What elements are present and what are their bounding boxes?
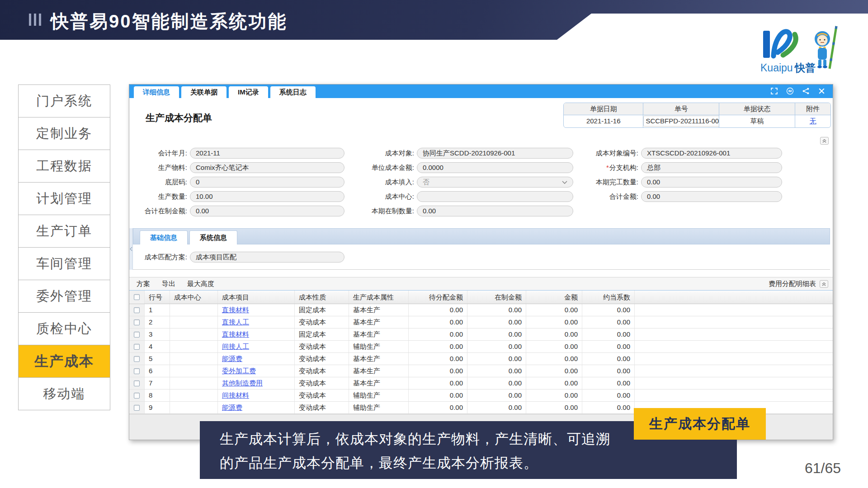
low-level-code-field[interactable]: 0 xyxy=(190,177,344,188)
sidebar-item-portal[interactable]: 门户系统 xyxy=(18,84,110,117)
cell-cost-center xyxy=(170,353,218,365)
collapse-grid-button[interactable] xyxy=(820,280,828,288)
row-checkbox[interactable] xyxy=(129,316,145,328)
cost-item-link[interactable]: 间接人工 xyxy=(222,343,249,350)
branch-field[interactable]: 总部 xyxy=(641,162,782,173)
tab-related-docs[interactable]: 关联单据 xyxy=(181,86,226,98)
sidebar-item-quality[interactable]: 质检中心 xyxy=(18,312,110,345)
row-checkbox[interactable] xyxy=(129,389,145,401)
cost-item-link[interactable]: 能源费 xyxy=(222,404,242,411)
cost-item-link[interactable]: 直接材料 xyxy=(222,306,249,314)
select-all-checkbox[interactable] xyxy=(129,291,145,304)
expand-icon[interactable] xyxy=(770,87,778,95)
kp-logo-mark xyxy=(763,31,796,58)
cell-coef: 0.00 xyxy=(582,353,635,365)
production-qty-field[interactable]: 10.00 xyxy=(190,191,344,202)
unit-cost-field[interactable]: 0.0000 xyxy=(417,162,573,173)
cell-pending: 0.00 xyxy=(409,341,467,352)
cell-coef: 0.00 xyxy=(582,365,635,377)
row-checkbox[interactable] xyxy=(129,341,145,352)
cost-object-field[interactable]: 协同生产SCDD-20210926-001 xyxy=(417,148,573,159)
production-material-field[interactable]: Comix齐心笔记本 xyxy=(190,162,344,173)
toolbar-max-height-button[interactable]: 最大高度 xyxy=(187,280,214,288)
total-wip-amount-field[interactable]: 0.00 xyxy=(190,206,344,216)
cell-attr: 辅助生产 xyxy=(349,389,409,401)
title-bars-icon xyxy=(29,14,41,26)
table-row[interactable]: 1直接材料固定成本基本生产0.000.000.000.00 xyxy=(129,304,833,316)
col-amount: 金额 xyxy=(526,291,582,304)
cell-wip: 0.00 xyxy=(467,304,526,316)
cell-nature: 变动成本 xyxy=(295,341,349,352)
cell-pending: 0.00 xyxy=(409,304,467,316)
cost-center-field[interactable] xyxy=(417,191,573,202)
cost-item-link[interactable]: 直接人工 xyxy=(222,318,249,326)
cell-row-no: 9 xyxy=(145,402,170,413)
row-checkbox[interactable] xyxy=(129,304,145,316)
period-wip-qty-field[interactable]: 0.00 xyxy=(417,206,573,216)
cell-amount: 0.00 xyxy=(526,304,582,316)
cell-wip: 0.00 xyxy=(467,377,526,389)
row-checkbox[interactable] xyxy=(129,402,145,413)
fiscal-period-field[interactable]: 2021-11 xyxy=(190,148,344,159)
total-amount-field[interactable]: 0.00 xyxy=(641,191,782,202)
row-checkbox[interactable] xyxy=(129,365,145,377)
cost-item-link[interactable]: 能源费 xyxy=(222,355,242,362)
cost-object-no-field[interactable]: XTSCSCDD-20210926-001 xyxy=(641,148,782,159)
row-checkbox[interactable] xyxy=(129,377,145,389)
sidebar-item-engineering[interactable]: 工程数据 xyxy=(18,150,110,183)
sidebar-item-mobile[interactable]: 移动端 xyxy=(18,377,110,410)
tab-system-log[interactable]: 系统日志 xyxy=(270,86,316,98)
field-label-low-level-code: 底层码: xyxy=(131,178,190,187)
row-checkbox[interactable] xyxy=(129,328,145,340)
table-row[interactable]: 6委外加工费变动成本基本生产0.000.000.000.00 xyxy=(129,365,833,377)
cost-item-link[interactable]: 间接材料 xyxy=(222,391,249,399)
toolbar-plan-button[interactable]: 方案 xyxy=(137,280,150,288)
sidebar-item-production-cost[interactable]: 生产成本 xyxy=(18,345,110,378)
field-label-completed-qty: 本期完工数量: xyxy=(582,178,641,187)
table-row[interactable]: 7其他制造费用变动成本基本生产0.000.000.000.00 xyxy=(129,377,833,389)
sidebar-item-outsourcing[interactable]: 委外管理 xyxy=(18,280,110,313)
table-row[interactable]: 8间接材料变动成本辅助生产0.000.000.000.00 xyxy=(129,389,833,402)
attachment-link[interactable]: 无 xyxy=(795,115,830,127)
share-icon[interactable] xyxy=(802,87,810,95)
table-row[interactable]: 4间接人工变动成本辅助生产0.000.000.000.00 xyxy=(129,341,833,353)
close-icon[interactable] xyxy=(818,87,826,95)
cost-item-link[interactable]: 直接材料 xyxy=(222,330,249,338)
cell-nature: 变动成本 xyxy=(295,389,349,401)
tab-im-record[interactable]: IM记录 xyxy=(229,86,268,98)
basic-info-panel: 成本匹配方案:成本项目匹配 xyxy=(133,244,830,270)
toolbar-export-button[interactable]: 导出 xyxy=(162,280,175,288)
subtab-basic-info[interactable]: 基础信息 xyxy=(140,230,188,244)
table-row[interactable]: 5能源费变动成本基本生产0.000.000.000.00 xyxy=(129,353,833,365)
panel-collapse-handle[interactable] xyxy=(129,228,133,270)
tab-detail-info[interactable]: 详细信息 xyxy=(134,86,179,98)
cell-cost-center xyxy=(170,402,218,413)
table-row[interactable]: 2直接人工变动成本基本生产0.000.000.000.00 xyxy=(129,316,833,328)
sidebar-item-custom[interactable]: 定制业务 xyxy=(18,117,110,150)
subtab-system-info[interactable]: 系统信息 xyxy=(189,230,237,244)
cell-cost-center xyxy=(170,389,218,401)
sidebar-item-planning[interactable]: 计划管理 xyxy=(18,182,110,215)
header-col-date: 单据日期 xyxy=(564,103,643,115)
cost-item-link[interactable]: 委外加工费 xyxy=(222,367,256,375)
cell-pending: 0.00 xyxy=(409,316,467,328)
cell-nature: 固定成本 xyxy=(295,304,349,316)
cell-wip: 0.00 xyxy=(467,402,526,413)
field-label-period-wip-qty: 本期在制数量: xyxy=(358,207,417,216)
sidebar: 门户系统 定制业务 工程数据 计划管理 生产订单 车间管理 委外管理 质检中心 … xyxy=(18,85,110,410)
row-checkbox[interactable] xyxy=(129,353,145,365)
cell-wip: 0.00 xyxy=(467,389,526,401)
cell-amount: 0.00 xyxy=(526,365,582,377)
sidebar-item-production-order[interactable]: 生产订单 xyxy=(18,215,110,248)
im-icon[interactable]: IM xyxy=(786,87,794,95)
collapse-header-button[interactable] xyxy=(820,137,829,145)
cell-pending: 0.00 xyxy=(409,377,467,389)
table-row[interactable]: 3直接材料固定成本基本生产0.000.000.000.00 xyxy=(129,328,833,341)
col-wip-amount: 在制金额 xyxy=(467,291,526,304)
completed-qty-field[interactable]: 0.00 xyxy=(641,177,782,188)
sidebar-item-workshop[interactable]: 车间管理 xyxy=(18,247,110,280)
cost-fill-select[interactable]: 否 xyxy=(417,177,573,188)
erp-window: 详细信息 关联单据 IM记录 系统日志 IM 生产成本分配单 单据日期 单号 单… xyxy=(129,84,833,440)
cost-item-link[interactable]: 其他制造费用 xyxy=(222,379,263,387)
cost-match-plan-field[interactable]: 成本项目匹配 xyxy=(190,252,344,263)
